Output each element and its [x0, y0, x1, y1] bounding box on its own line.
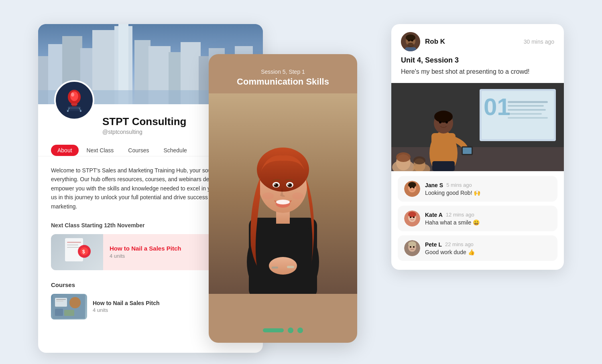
svg-rect-66: [287, 266, 294, 268]
comment-text: Good work dude 👍: [425, 249, 475, 255]
tab-about[interactable]: About: [51, 145, 79, 156]
tab-courses[interactable]: Courses: [122, 145, 155, 156]
svg-point-109: [410, 216, 411, 218]
post-user: Rob K: [401, 32, 445, 51]
svg-rect-23: [71, 103, 77, 105]
svg-rect-85: [508, 117, 548, 119]
commenter-name: Pete L: [425, 241, 442, 248]
session-dots: [209, 328, 357, 333]
svg-rect-74: [405, 47, 416, 51]
svg-point-114: [410, 246, 411, 248]
svg-point-71: [408, 40, 410, 42]
commenter-name: Jane S: [425, 182, 443, 188]
svg-point-104: [410, 187, 411, 188]
svg-rect-82: [508, 105, 544, 107]
svg-point-29: [67, 110, 69, 112]
svg-text:01: 01: [484, 93, 510, 120]
profile-avatar: [54, 80, 94, 120]
comment-content: Jane S 5 mins ago Looking good Rob! 🙌: [425, 182, 480, 196]
svg-rect-81: [508, 101, 548, 103]
svg-rect-44: [64, 310, 74, 316]
kate-avatar: [404, 210, 420, 226]
session-title: Communication Skills: [220, 77, 346, 87]
svg-point-62: [292, 192, 303, 200]
svg-rect-83: [508, 109, 546, 111]
svg-point-110: [413, 216, 415, 218]
session-label: Unit 4, Session 3: [401, 56, 554, 65]
svg-point-61: [262, 192, 274, 200]
svg-point-113: [408, 241, 416, 247]
svg-point-100: [413, 156, 425, 164]
svg-point-97: [396, 152, 411, 162]
comment-item: Pete L 22 mins ago Good work dude 👍: [398, 235, 557, 261]
svg-point-90: [439, 121, 441, 123]
svg-rect-41: [56, 301, 63, 301]
session-step: Session 5, Step 1: [220, 69, 346, 75]
svg-point-115: [413, 246, 415, 248]
svg-rect-24: [72, 105, 77, 106]
svg-point-70: [406, 34, 415, 41]
svg-point-105: [413, 187, 415, 188]
course-list-title: How to Nail a Sales Pitch: [93, 300, 160, 306]
svg-point-58: [288, 184, 289, 185]
comment-item: Kate A 12 mins ago Haha what a smile 😀: [398, 206, 557, 231]
post-user-avatar: [401, 32, 420, 51]
social-post-body: Unit 4, Session 3 Here's my best shot at…: [391, 56, 564, 83]
course-list-info: How to Nail a Sales Pitch 4 units: [93, 300, 160, 313]
svg-rect-34: [67, 247, 80, 248]
svg-point-60: [276, 200, 290, 204]
dot-1[interactable]: [263, 328, 284, 332]
course-info: How to Nail a Sales Pitch 4 units: [103, 241, 187, 263]
svg-point-22: [71, 93, 74, 97]
course-units: 4 units: [110, 253, 181, 259]
svg-point-21: [70, 91, 78, 101]
comment-item: Jane S 5 mins ago Looking good Rob! 🙌: [398, 176, 557, 202]
comment-time: 12 mins ago: [446, 212, 474, 218]
session-photo: [209, 93, 357, 294]
svg-rect-93: [463, 148, 472, 154]
svg-rect-25: [68, 107, 81, 109]
course-list-units: 4 units: [93, 307, 160, 313]
svg-point-50: [257, 148, 309, 192]
comment-text: Looking good Rob! 🙌: [425, 190, 480, 196]
svg-rect-67: [272, 267, 278, 269]
session-header: Session 5, Step 1 Communication Skills: [209, 54, 357, 93]
pete-avatar: [404, 240, 420, 256]
comment-content: Pete L 22 mins ago Good work dude 👍: [425, 241, 475, 255]
svg-point-103: [408, 182, 416, 188]
comment-time: 5 mins ago: [446, 182, 472, 188]
comments-section: Jane S 5 mins ago Looking good Rob! 🙌: [391, 171, 564, 270]
tab-next-class[interactable]: Next Class: [80, 145, 120, 156]
post-user-name: Rob K: [425, 38, 445, 46]
course-thumbnail: $: [51, 234, 103, 270]
course-list-thumbnail: [51, 294, 87, 320]
svg-point-54: [274, 184, 276, 185]
svg-rect-40: [56, 299, 66, 300]
svg-rect-33: [67, 245, 78, 245]
svg-point-73: [407, 43, 414, 47]
comment-content: Kate A 12 mins ago Haha what a smile 😀: [425, 212, 480, 226]
svg-point-30: [80, 110, 81, 112]
comment-time: 22 mins ago: [445, 241, 474, 247]
commenter-name: Kate A: [425, 212, 443, 218]
svg-point-89: [434, 111, 453, 123]
post-photo: 01: [391, 83, 564, 171]
svg-point-72: [411, 40, 413, 42]
svg-point-42: [69, 297, 81, 308]
comment-header: Jane S 5 mins ago: [425, 182, 480, 188]
post-time: 30 mins ago: [524, 38, 554, 45]
tab-schedule[interactable]: Schedule: [157, 145, 193, 156]
svg-rect-94: [432, 161, 455, 171]
social-post-header: Rob K 30 mins ago: [391, 24, 564, 56]
svg-rect-43: [55, 309, 63, 316]
svg-rect-32: [67, 242, 81, 243]
post-text: Here's my best shot at presenting to a c…: [401, 67, 554, 77]
jane-avatar: [404, 181, 420, 197]
comment-header: Pete L 22 mins ago: [425, 241, 475, 248]
svg-rect-84: [508, 113, 542, 115]
svg-point-91: [445, 121, 448, 123]
dot-2[interactable]: [288, 328, 293, 333]
comment-header: Kate A 12 mins ago: [425, 212, 480, 218]
social-card: Rob K 30 mins ago Unit 4, Session 3 Here…: [391, 24, 564, 270]
dot-3[interactable]: [297, 328, 303, 333]
